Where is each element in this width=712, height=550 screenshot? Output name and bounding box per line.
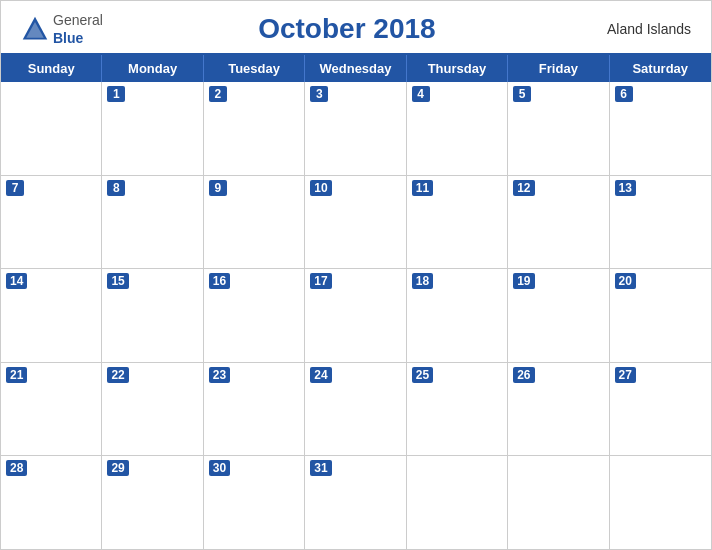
- day-cell: 30: [204, 456, 305, 549]
- day-cell: 11: [407, 176, 508, 269]
- day-cell: 12: [508, 176, 609, 269]
- week-row: 28 29 30 31: [1, 456, 711, 549]
- day-headers-row: Sunday Monday Tuesday Wednesday Thursday…: [1, 55, 711, 82]
- day-cell: 21: [1, 363, 102, 456]
- day-cell: 22: [102, 363, 203, 456]
- day-cell: 3: [305, 82, 406, 175]
- day-cell: 23: [204, 363, 305, 456]
- month-title: October 2018: [103, 13, 591, 45]
- day-cell: 7: [1, 176, 102, 269]
- calendar-grid: Sunday Monday Tuesday Wednesday Thursday…: [1, 53, 711, 549]
- day-cell: 10: [305, 176, 406, 269]
- header-sunday: Sunday: [1, 55, 102, 82]
- day-cell: 14: [1, 269, 102, 362]
- day-cell: 5: [508, 82, 609, 175]
- day-cell: 17: [305, 269, 406, 362]
- day-cell: 9: [204, 176, 305, 269]
- logo-area: General Blue: [21, 11, 103, 47]
- day-cell: 24: [305, 363, 406, 456]
- day-cell: 25: [407, 363, 508, 456]
- day-cell: 15: [102, 269, 203, 362]
- day-cell: 13: [610, 176, 711, 269]
- week-row: 7 8 9 10 11 12 13: [1, 176, 711, 270]
- calendar-header: General Blue October 2018 Aland Islands: [1, 1, 711, 53]
- day-cell: 1: [102, 82, 203, 175]
- day-cell: 29: [102, 456, 203, 549]
- header-tuesday: Tuesday: [204, 55, 305, 82]
- header-friday: Friday: [508, 55, 609, 82]
- day-cell: [1, 82, 102, 175]
- day-cell: [508, 456, 609, 549]
- week-row: 14 15 16 17 18 19 20: [1, 269, 711, 363]
- week-row: 1 2 3 4 5 6: [1, 82, 711, 176]
- header-monday: Monday: [102, 55, 203, 82]
- day-cell: 20: [610, 269, 711, 362]
- day-cell: 16: [204, 269, 305, 362]
- header-saturday: Saturday: [610, 55, 711, 82]
- region-label: Aland Islands: [591, 21, 691, 37]
- calendar-container: General Blue October 2018 Aland Islands …: [0, 0, 712, 550]
- day-cell: 26: [508, 363, 609, 456]
- day-cell: 6: [610, 82, 711, 175]
- day-cell: 28: [1, 456, 102, 549]
- day-cell: 2: [204, 82, 305, 175]
- weeks-container: 1 2 3 4 5 6 7 8 9 10 11 12 13 14 15 16: [1, 82, 711, 549]
- generalblue-logo-icon: [21, 15, 49, 43]
- day-cell: 4: [407, 82, 508, 175]
- day-cell: [610, 456, 711, 549]
- logo-blue-label: Blue: [53, 30, 83, 46]
- day-cell: 18: [407, 269, 508, 362]
- day-cell: 19: [508, 269, 609, 362]
- week-row: 21 22 23 24 25 26 27: [1, 363, 711, 457]
- header-thursday: Thursday: [407, 55, 508, 82]
- day-cell: 8: [102, 176, 203, 269]
- day-cell: 31: [305, 456, 406, 549]
- day-cell: 27: [610, 363, 711, 456]
- day-cell: [407, 456, 508, 549]
- logo-general-label: General: [53, 12, 103, 28]
- header-wednesday: Wednesday: [305, 55, 406, 82]
- logo-general-text: General Blue: [53, 11, 103, 47]
